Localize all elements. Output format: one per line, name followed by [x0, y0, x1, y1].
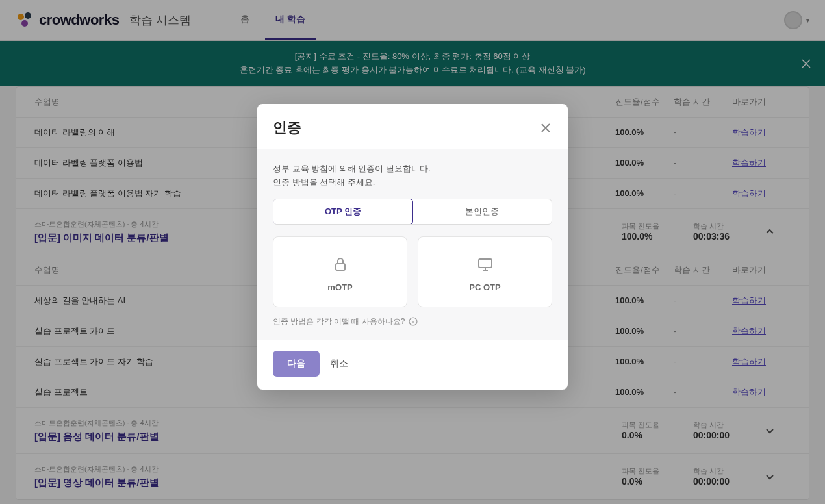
- close-icon[interactable]: [539, 121, 552, 134]
- lock-icon: [281, 255, 399, 273]
- modal-description: 정부 교육 방침에 의해 인증이 필요합니다. 인증 방법을 선택해 주세요.: [273, 162, 552, 190]
- help-text[interactable]: 인증 방법은 각각 어떨 때 사용하나요?: [273, 316, 552, 327]
- help-label: 인증 방법은 각각 어떨 때 사용하나요?: [273, 316, 405, 327]
- otp-options: mOTP PC OTP: [273, 236, 552, 307]
- modal-header: 인증: [257, 104, 568, 149]
- tab-otp[interactable]: OTP 인증: [273, 199, 413, 225]
- modal-desc-line2: 인증 방법을 선택해 주세요.: [273, 176, 552, 190]
- modal-title: 인증: [273, 118, 301, 138]
- auth-modal: 인증 정부 교육 방침에 의해 인증이 필요합니다. 인증 방법을 선택해 주세…: [257, 104, 568, 390]
- monitor-icon: [426, 255, 544, 273]
- modal-footer: 다음 취소: [257, 340, 568, 390]
- tab-self-auth[interactable]: 본인인증: [412, 199, 552, 224]
- option-pcotp[interactable]: PC OTP: [418, 236, 552, 307]
- option-motp-label: mOTP: [281, 283, 399, 292]
- svg-rect-3: [336, 264, 345, 270]
- option-pcotp-label: PC OTP: [426, 283, 544, 292]
- cancel-button[interactable]: 취소: [330, 358, 348, 370]
- option-motp[interactable]: mOTP: [273, 236, 407, 307]
- svg-rect-4: [479, 259, 492, 268]
- info-icon: [409, 317, 418, 326]
- modal-body: 정부 교육 방침에 의해 인증이 필요합니다. 인증 방법을 선택해 주세요. …: [257, 149, 568, 340]
- next-button[interactable]: 다음: [273, 351, 320, 377]
- modal-desc-line1: 정부 교육 방침에 의해 인증이 필요합니다.: [273, 162, 552, 176]
- modal-overlay: 인증 정부 교육 방침에 의해 인증이 필요합니다. 인증 방법을 선택해 주세…: [0, 0, 825, 504]
- auth-method-tabs: OTP 인증 본인인증: [273, 199, 552, 225]
